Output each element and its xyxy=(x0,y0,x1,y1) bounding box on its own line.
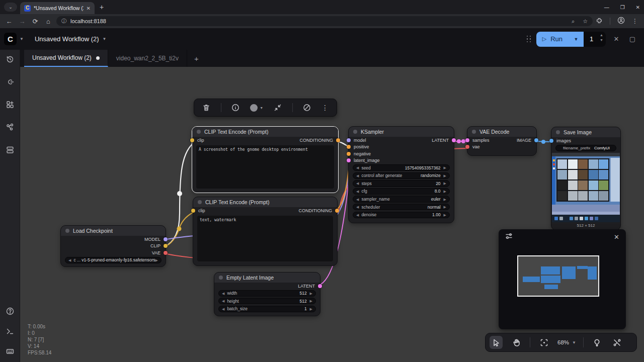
prompt-textarea[interactable]: A screenshot of the gnome desktop enviro… xyxy=(196,145,334,189)
port-model-output[interactable] xyxy=(164,237,168,241)
node-header[interactable]: CLIP Text Encode (Prompt) xyxy=(193,197,337,207)
port-negative-input[interactable] xyxy=(347,152,351,156)
widget-decrement-icon[interactable]: ◀ xyxy=(356,213,359,217)
widget-increment-icon[interactable]: ▶ xyxy=(310,292,312,295)
minimap-settings-icon[interactable] xyxy=(505,232,513,242)
workflow-tab[interactable]: video_wan2_2_5B_ti2v xyxy=(108,50,187,67)
node-header[interactable]: Empty Latent Image xyxy=(214,273,320,283)
node-clip-text-encode-positive[interactable]: CLIP Text Encode (Prompt) clip CONDITION… xyxy=(192,126,339,193)
home-button[interactable]: ⌂ xyxy=(43,18,53,25)
port-model-input[interactable] xyxy=(347,138,351,142)
port-conditioning-output[interactable] xyxy=(336,138,340,142)
widget-increment-icon[interactable]: ▶ xyxy=(444,213,446,217)
node-library-icon[interactable] xyxy=(6,100,15,109)
widget-ckpt-name[interactable]: ◀ c ... v1-5-pruned-emaonly-fp16.safeten… xyxy=(65,257,162,263)
batch-count-stepper[interactable]: ▲▼ xyxy=(600,33,603,42)
bypass-node-icon[interactable] xyxy=(303,104,311,112)
window-minimize-button[interactable]: — xyxy=(604,5,609,10)
widget-denoise[interactable]: ◀ denoise 1.00 ▶ xyxy=(353,212,450,218)
widget-decrement-icon[interactable]: ◀ xyxy=(68,258,71,262)
help-icon[interactable] xyxy=(6,307,15,316)
port-conditioning-output[interactable] xyxy=(335,209,339,213)
batch-count-input[interactable]: 1 ▲▼ xyxy=(584,32,606,47)
widget-filename-prefix[interactable]: filename_prefix ComfyUI xyxy=(555,145,616,151)
address-bar[interactable]: ⓘ localhost:8188 ⌕ ☆ xyxy=(56,16,593,26)
node-color-picker[interactable]: ▼ xyxy=(250,104,263,112)
widget-decrement-icon[interactable]: ◀ xyxy=(222,299,224,303)
port-vae-input[interactable] xyxy=(465,145,469,149)
pan-tool-icon[interactable] xyxy=(510,336,523,349)
widget-decrement-icon[interactable]: ◀ xyxy=(356,166,359,169)
collapse-dot-icon[interactable] xyxy=(65,229,69,233)
run-button[interactable]: ▷ Run xyxy=(536,32,569,47)
widget-height[interactable]: ◀ height 512 ▶ xyxy=(218,298,316,304)
collapse-dot-icon[interactable] xyxy=(197,130,201,134)
minimap-viewport[interactable] xyxy=(517,255,599,297)
keybinding-icon[interactable] xyxy=(6,347,15,356)
zoom-level-dropdown[interactable]: 68% ▼ xyxy=(557,339,576,345)
tab-search-button[interactable]: ⌄ xyxy=(4,3,17,12)
collapse-node-icon[interactable] xyxy=(274,104,282,112)
drag-handle-icon[interactable] xyxy=(527,36,531,43)
queue-panel-button[interactable]: ▢ xyxy=(627,35,638,43)
port-image-output[interactable] xyxy=(534,138,538,142)
bookmark-star-icon[interactable]: ☆ xyxy=(583,18,588,25)
port-latent-output[interactable] xyxy=(318,284,322,288)
clear-queue-button[interactable]: ✕ xyxy=(611,35,622,43)
port-positive-input[interactable] xyxy=(347,145,351,149)
node-ksampler[interactable]: KSampler model LATENT positive negative … xyxy=(348,126,454,223)
widget-increment-icon[interactable]: ▶ xyxy=(444,205,446,209)
widget-steps[interactable]: ◀ steps 20 ▶ xyxy=(353,180,450,187)
widget-decrement-icon[interactable]: ◀ xyxy=(356,190,359,193)
collapse-dot-icon[interactable] xyxy=(472,130,476,134)
zoom-page-icon[interactable]: ⌕ xyxy=(572,18,575,25)
site-info-icon[interactable]: ⓘ xyxy=(61,18,66,25)
collapse-dot-icon[interactable] xyxy=(353,130,357,134)
select-tool-icon[interactable] xyxy=(490,336,503,349)
widget-sampler-name[interactable]: ◀ sampler_name euler ▶ xyxy=(353,196,450,202)
widget-seed[interactable]: ◀ seed 157540953357362 ▶ xyxy=(353,164,450,171)
node-header[interactable]: KSampler xyxy=(349,127,454,137)
node-load-checkpoint[interactable]: Load Checkpoint MODEL CLIP VAE ◀ c ... v… xyxy=(60,225,166,267)
widget-increment-icon[interactable]: ▶ xyxy=(444,198,446,201)
tab-close-icon[interactable]: ✕ xyxy=(87,6,91,11)
port-latent-image-input[interactable] xyxy=(347,158,351,162)
port-vae-output[interactable] xyxy=(164,251,168,255)
new-tab-button[interactable]: + xyxy=(100,3,104,11)
toggle-lightbulb-icon[interactable] xyxy=(591,336,604,349)
back-button[interactable]: ← xyxy=(4,18,14,25)
widget-decrement-icon[interactable]: ◀ xyxy=(222,292,224,295)
port-clip-output[interactable] xyxy=(164,244,168,248)
prompt-textarea[interactable]: text, watermark xyxy=(197,216,333,262)
widget-increment-icon[interactable]: ▶ xyxy=(444,190,446,193)
collapse-dot-icon[interactable] xyxy=(198,200,202,204)
queue-history-icon[interactable] xyxy=(6,55,15,64)
profile-avatar-icon[interactable] xyxy=(617,17,625,26)
browser-menu-icon[interactable]: ⋮ xyxy=(632,18,638,25)
port-clip-input[interactable] xyxy=(191,209,195,213)
collapse-dot-icon[interactable] xyxy=(556,130,560,134)
widget-increment-icon[interactable]: ▶ xyxy=(444,182,446,185)
port-latent-output[interactable] xyxy=(452,138,456,142)
chevron-down-icon[interactable]: ▼ xyxy=(20,37,24,41)
port-samples-input[interactable] xyxy=(465,138,469,142)
window-close-button[interactable]: ✕ xyxy=(636,5,640,10)
widget-decrement-icon[interactable]: ◀ xyxy=(356,182,359,185)
node-header[interactable]: VAE Decode xyxy=(467,127,536,137)
widget-increment-icon[interactable]: ▶ xyxy=(444,174,446,177)
toggle-links-icon[interactable] xyxy=(611,336,624,349)
port-clip-input[interactable] xyxy=(190,138,194,142)
widget-decrement-icon[interactable]: ◀ xyxy=(356,198,359,201)
widget-scheduler[interactable]: ◀ scheduler normal ▶ xyxy=(353,204,450,210)
model-library-icon[interactable] xyxy=(6,123,15,132)
extensions-icon[interactable] xyxy=(596,17,603,26)
widget-increment-icon[interactable]: ▶ xyxy=(310,307,312,311)
workflow-templates-icon[interactable] xyxy=(6,145,15,154)
node-header[interactable]: Save Image xyxy=(551,127,620,137)
generated-image-preview[interactable] xyxy=(552,153,620,222)
widget-decrement-icon[interactable]: ◀ xyxy=(356,205,359,209)
node-header[interactable]: CLIP Text Encode (Prompt) xyxy=(192,127,338,137)
node-empty-latent-image[interactable]: Empty Latent Image LATENT ◀ width 512 ▶ … xyxy=(214,272,320,316)
collapse-dot-icon[interactable] xyxy=(219,276,223,280)
browser-tab[interactable]: C *Unsaved Workflow (2) ✕ xyxy=(20,2,95,14)
